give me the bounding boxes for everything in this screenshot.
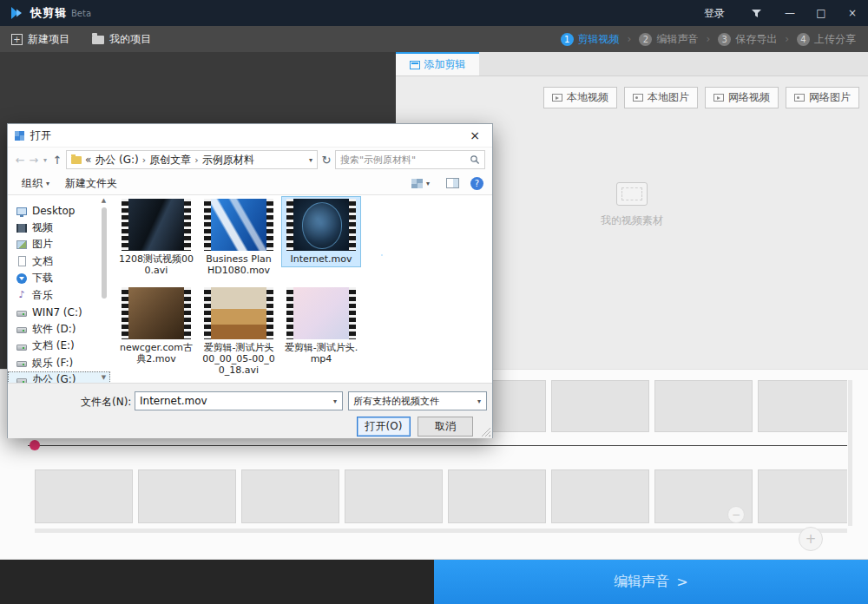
empty-state-label: 我的视频素材 [601, 213, 663, 228]
nav-back-button[interactable]: ← [15, 154, 26, 167]
new-folder-button[interactable]: 新建文件夹 [60, 174, 122, 193]
chevron-right-icon: › [628, 33, 632, 45]
sidebar-item-drive-f[interactable]: 娱乐 (F:) [8, 355, 110, 372]
new-project-button[interactable]: + 新建项目 [0, 26, 81, 52]
cancel-button[interactable]: 取消 [418, 417, 473, 437]
timeline-horizontal-scrollbar[interactable] [35, 528, 847, 533]
filetype-select[interactable]: 所有支持的视频文件 ▾ [348, 391, 487, 410]
breadcrumb-item[interactable]: 办公 (G:) [95, 153, 139, 167]
open-button[interactable]: 打开(O) [357, 417, 411, 437]
nav-history-button[interactable]: ▾ [42, 156, 49, 164]
chevron-down-icon: ▾ [46, 180, 49, 187]
thumbnail-art [128, 287, 184, 339]
search-box[interactable] [335, 150, 485, 169]
time-ruler[interactable] [28, 445, 847, 446]
local-image-button[interactable]: 本地图片 [624, 87, 698, 108]
organize-button[interactable]: 组织 ▾ [16, 174, 55, 193]
folder-icon [71, 156, 82, 164]
search-input[interactable] [340, 154, 466, 166]
nav-forward-button[interactable]: → [29, 154, 40, 167]
filename-input[interactable] [135, 395, 328, 407]
nav-up-button[interactable]: ↑ [51, 154, 63, 167]
clip-placeholder[interactable] [448, 469, 546, 523]
clip-placeholder[interactable] [654, 380, 753, 432]
zoom-out-button[interactable]: − [727, 506, 745, 523]
sidebar-scrollbar[interactable]: ▲ ▼ [98, 195, 109, 383]
chevron-down-icon[interactable]: ▾ [328, 397, 342, 405]
dialog-close-button[interactable]: × [457, 124, 492, 147]
step-cut-video[interactable]: 1 剪辑视频 [561, 32, 620, 47]
clip-placeholder[interactable] [758, 380, 847, 432]
zoom-in-button[interactable]: + [799, 527, 823, 551]
preview-pane-button[interactable] [446, 178, 459, 188]
chevron-right-icon: › [785, 33, 789, 45]
address-dropdown-button[interactable]: ▾ [309, 156, 312, 164]
image-icon [794, 94, 805, 102]
step-upload-share[interactable]: 4 上传分享 [797, 32, 856, 47]
clip-placeholder[interactable] [345, 469, 443, 523]
filename-combo[interactable]: ▾ [135, 391, 343, 410]
breadcrumb-item[interactable]: 示例原材料 [202, 153, 254, 167]
chevron-down-icon[interactable]: ▾ [472, 397, 486, 405]
file-item[interactable]: newcger.com古典2.mov [117, 286, 195, 366]
sidebar-item-downloads[interactable]: 下载 [8, 270, 110, 287]
file-item[interactable]: 1208测试视频000.avi [117, 197, 195, 278]
file-item[interactable]: 爱剪辑-测试片头00_00_05-00_00_18.avi [200, 286, 278, 378]
timeline-vertical-scrollbar[interactable] [848, 380, 852, 526]
film-sprocket-strip [122, 287, 128, 339]
clip-placeholder[interactable] [758, 469, 847, 523]
sidebar-item-drive-e[interactable]: 文档 (E:) [8, 338, 110, 355]
file-name: 爱剪辑-测试片头00_00_05-00_00_18.avi [201, 342, 276, 376]
sidebar-item-music[interactable]: ♪音乐 [8, 287, 110, 305]
film-sprocket-strip [349, 199, 356, 251]
dialog-titlebar[interactable]: 打开 × [8, 124, 492, 147]
sidebar-item-drive-d[interactable]: 软件 (D:) [8, 321, 110, 338]
login-link[interactable]: 登录 [690, 6, 739, 21]
close-button[interactable]: × [837, 0, 868, 26]
file-item[interactable]: 爱剪辑-测试片头.mp4 [282, 286, 360, 366]
my-projects-button[interactable]: 我的项目 [81, 26, 162, 52]
scrollbar-thumb[interactable] [102, 207, 107, 299]
breadcrumb-overflow[interactable]: « [85, 154, 91, 166]
pictures-icon [16, 240, 27, 249]
edit-sound-button[interactable]: 编辑声音 > [434, 560, 868, 604]
tab-add-clip[interactable]: 添加剪辑 [396, 52, 479, 76]
clip-placeholder[interactable] [138, 469, 236, 523]
clip-placeholder[interactable] [35, 469, 133, 523]
address-bar[interactable]: « 办公 (G:) › 原创文章 › 示例原材料 ▾ [66, 150, 318, 169]
new-project-label: 新建项目 [28, 32, 69, 47]
refresh-button[interactable]: ↻ [320, 154, 332, 167]
scroll-down-button[interactable]: ▼ [98, 374, 109, 381]
maximize-button[interactable]: □ [806, 0, 837, 26]
help-button[interactable]: ? [470, 177, 483, 190]
sidebar-item-pictures[interactable]: 图片 [8, 236, 110, 253]
file-name: 爱剪辑-测试片头.mp4 [284, 342, 358, 364]
step-save-export[interactable]: 3 保存导出 [718, 32, 777, 47]
search-icon[interactable] [470, 154, 480, 165]
resize-grip[interactable] [481, 427, 490, 437]
clip-placeholder[interactable] [551, 380, 649, 432]
web-image-button[interactable]: 网络图片 [786, 87, 859, 108]
drive-icon [16, 311, 27, 317]
file-item-selected[interactable]: Internet.mov [282, 197, 360, 266]
file-item[interactable]: Business Plan HD1080.mov [200, 197, 278, 278]
scroll-up-button[interactable]: ▲ [98, 197, 109, 204]
sidebar-item-documents[interactable]: 文档 [8, 253, 110, 271]
view-mode-button[interactable]: ▾ [406, 177, 435, 190]
step-edit-sound[interactable]: 2 编辑声音 [639, 32, 698, 47]
step-label: 保存导出 [735, 32, 777, 47]
web-video-button[interactable]: 网络视频 [705, 87, 779, 108]
clip-placeholder[interactable] [551, 469, 649, 523]
filetype-value: 所有支持的视频文件 [353, 395, 472, 408]
timeline-track-2[interactable] [35, 469, 847, 523]
menu-icon[interactable] [739, 0, 774, 26]
local-video-button[interactable]: 本地视频 [543, 87, 617, 108]
source-buttons: 本地视频 本地图片 网络视频 网络图片 [396, 76, 868, 108]
minimize-button[interactable]: — [774, 0, 806, 26]
sidebar-item-videos[interactable]: 视频 [8, 220, 110, 237]
breadcrumb-item[interactable]: 原创文章 [149, 153, 191, 167]
sidebar-item-drive-c[interactable]: WIN7 (C:) [8, 304, 110, 321]
sidebar-item-desktop[interactable]: Desktop [8, 202, 110, 220]
clip-placeholder[interactable] [241, 469, 339, 523]
playhead-handle[interactable] [30, 440, 40, 450]
